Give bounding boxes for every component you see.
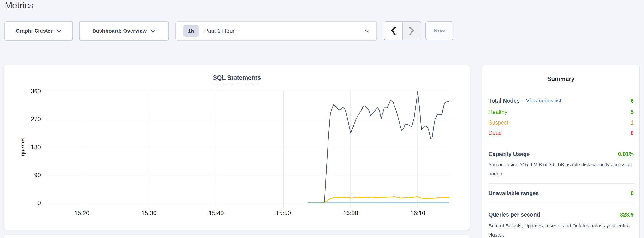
time-range-badge: 1h [183, 26, 199, 37]
chevron-down-icon [365, 30, 370, 33]
x-tick-label: 15:20 [68, 209, 96, 217]
dashboard-dropdown-label: Dashboard: Overview [92, 28, 146, 34]
y-tick-label: 270 [14, 115, 41, 123]
y-tick-label: 360 [14, 87, 41, 95]
capacity-usage-value: 0.01% [618, 151, 634, 158]
summary-row-healthy: Healthy 5 [488, 107, 634, 117]
queries-per-second-value: 328.9 [620, 211, 634, 218]
next-chart-card [4, 235, 470, 238]
chevron-down-icon [150, 30, 156, 33]
total-nodes-value: 6 [630, 98, 634, 104]
x-tick-label: 16:10 [403, 209, 432, 217]
x-tick-label: 15:40 [202, 209, 230, 217]
time-step-button-group [384, 21, 421, 40]
summary-panel: Summary Total Nodes View nodes list 6 He… [482, 65, 640, 238]
chevron-left-icon [390, 27, 396, 35]
time-range-label: Past 1 Hour [204, 28, 365, 34]
divider [488, 204, 634, 204]
sql-statements-chart [4, 65, 470, 229]
x-tick-label: 15:50 [269, 209, 298, 217]
healthy-label: Healthy [488, 109, 507, 115]
capacity-usage-label: Capacity Usage [488, 151, 530, 158]
chart-title[interactable]: SQL Statements [213, 74, 261, 83]
series-dark-blue [308, 92, 450, 203]
summary-row-qps: Queries per second 328.9 [488, 209, 634, 220]
summary-row-capacity: Capacity Usage 0.01% [488, 149, 634, 159]
now-button-label: Now [434, 28, 445, 34]
next-time-button[interactable] [402, 22, 420, 40]
divider [488, 144, 634, 144]
chevron-right-icon [409, 27, 414, 35]
divider [488, 183, 634, 184]
x-tick-label: 16:00 [336, 209, 365, 217]
capacity-usage-description: You are using 315.9 MiB of 3.6 TiB usabl… [488, 160, 632, 178]
series-yellow [308, 197, 450, 203]
summary-title: Summary [482, 74, 640, 83]
dashboard-dropdown[interactable]: Dashboard: Overview [79, 21, 169, 41]
suspect-value: 1 [630, 120, 634, 126]
total-nodes-label: Total Nodes [488, 98, 520, 104]
summary-row-total-nodes: Total Nodes View nodes list 6 [488, 95, 634, 106]
unavailable-ranges-label: Unavailable ranges [488, 190, 539, 197]
view-nodes-list-link[interactable]: View nodes list [526, 98, 561, 104]
graph-dropdown[interactable]: Graph: Cluster [4, 21, 73, 41]
unavailable-ranges-value: 0 [630, 190, 634, 197]
chevron-down-icon [56, 30, 62, 33]
previous-time-button[interactable] [384, 22, 402, 40]
time-range-selector[interactable]: 1h Past 1 Hour [176, 21, 377, 41]
y-tick-label: 0 [14, 199, 41, 207]
page-title: Metrics [5, 1, 33, 11]
y-tick-label: 90 [14, 171, 41, 179]
healthy-value: 5 [630, 109, 634, 115]
suspect-label: Suspect [488, 120, 508, 126]
sql-statements-chart-card: SQL Statements queries 09018027036015:20… [4, 65, 470, 229]
summary-row-dead: Dead 0 [488, 128, 634, 138]
summary-row-unavailable-ranges: Unavailable ranges 0 [488, 188, 634, 199]
dead-label: Dead [488, 130, 502, 136]
x-tick-label: 15:30 [134, 209, 164, 217]
queries-per-second-label: Queries per second [488, 211, 540, 218]
now-button[interactable]: Now [426, 21, 453, 40]
graph-dropdown-label: Graph: Cluster [16, 28, 52, 34]
summary-row-suspect: Suspect 1 [488, 117, 634, 128]
dead-value: 0 [630, 130, 634, 136]
y-tick-label: 180 [14, 143, 41, 151]
qps-description: Sum of Selects, Updates, Inserts, and De… [488, 221, 632, 238]
